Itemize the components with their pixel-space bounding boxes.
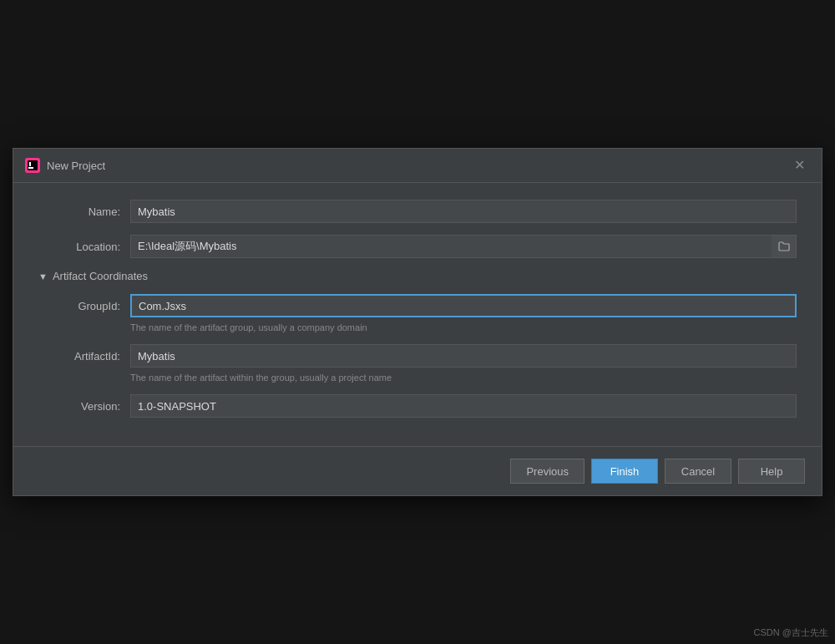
- artifact-section-header: ▼ Artifact Coordinates: [38, 270, 797, 282]
- groupid-label: GroupId:: [38, 300, 130, 312]
- cancel-button[interactable]: Cancel: [665, 459, 731, 484]
- location-row: Location:: [38, 235, 797, 258]
- artifactid-label: ArtifactId:: [38, 350, 130, 363]
- version-input[interactable]: [130, 394, 797, 418]
- groupid-input[interactable]: [130, 294, 797, 317]
- svg-rect-3: [29, 162, 31, 166]
- groupid-hint: The name of the artifact group, usually …: [130, 322, 797, 332]
- artifactid-row: ArtifactId:: [38, 344, 797, 368]
- artifact-section-title: Artifact Coordinates: [53, 270, 148, 282]
- name-row: Name:: [38, 200, 797, 223]
- folder-browse-button[interactable]: [772, 235, 797, 258]
- dialog-title: New Project: [47, 160, 105, 172]
- help-button[interactable]: Help: [738, 459, 805, 484]
- location-input-wrap: [130, 235, 797, 258]
- version-label: Version:: [38, 400, 130, 413]
- dialog-footer: Previous Finish Cancel Help: [13, 446, 822, 495]
- title-bar: New Project ✕: [13, 149, 822, 183]
- svg-rect-2: [28, 167, 33, 169]
- groupid-row: GroupId:: [38, 294, 797, 317]
- new-project-dialog: New Project ✕ Name: Location: ▼: [13, 148, 822, 496]
- close-button[interactable]: ✕: [789, 157, 810, 174]
- finish-button[interactable]: Finish: [591, 459, 658, 484]
- artifactid-hint: The name of the artifact within the grou…: [130, 373, 797, 383]
- artifactid-input[interactable]: [130, 344, 797, 368]
- location-label: Location:: [38, 241, 130, 253]
- previous-button[interactable]: Previous: [510, 459, 584, 484]
- section-toggle-icon[interactable]: ▼: [38, 271, 48, 281]
- svg-rect-1: [28, 160, 38, 170]
- name-input[interactable]: [130, 200, 797, 223]
- dialog-body: Name: Location: ▼ Artifact Coordinates G…: [13, 183, 822, 446]
- version-row: Version:: [38, 394, 797, 418]
- title-bar-left: New Project: [25, 158, 105, 173]
- watermark: CSDN @吉士先生: [754, 626, 828, 639]
- folder-icon: [778, 241, 790, 251]
- name-label: Name:: [38, 205, 130, 218]
- location-input[interactable]: [130, 235, 797, 258]
- intellij-icon: [25, 158, 40, 173]
